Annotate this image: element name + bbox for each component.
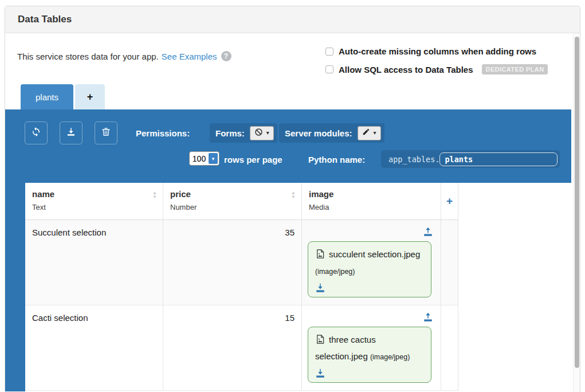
column-header-price[interactable]: price Number ▲ ▼ xyxy=(163,183,302,220)
dedicated-plan-badge: DEDICATED PLAN xyxy=(482,64,548,75)
server-modules-label: Server modules: xyxy=(285,128,352,138)
cell-name[interactable]: Succulent selection xyxy=(25,220,163,305)
download-icon xyxy=(66,127,76,139)
media-file-chip: three cactus selection.jpeg (image/jpeg) xyxy=(308,327,431,383)
table-panel: Permissions: Forms: ▾ Server modules: ▾ xyxy=(5,109,571,391)
column-title: name xyxy=(32,189,156,199)
chevron-down-icon: ▾ xyxy=(266,130,269,136)
data-tables-screen: Data Tables This service stores data for… xyxy=(0,0,585,392)
media-file-type: (image/jpeg) xyxy=(370,353,410,361)
forms-permission-chip: Forms: ▾ xyxy=(210,123,277,143)
allow-sql-checkbox[interactable] xyxy=(325,65,333,73)
server-modules-permission-dropdown[interactable]: ▾ xyxy=(358,126,381,140)
table-header-row: name Text ▲ ▼ price Number ▲ ▼ xyxy=(25,183,571,220)
table-row[interactable]: Succulent selection 35 succulent selecti… xyxy=(25,220,571,305)
download-table-button[interactable] xyxy=(60,121,83,144)
refresh-button[interactable] xyxy=(25,121,48,144)
delete-table-button[interactable] xyxy=(95,121,117,144)
rows-per-page-select[interactable]: 100 ▾ xyxy=(189,151,219,166)
intro-text: This service stores data for your app. xyxy=(17,52,159,61)
server-modules-permission-chip: Server modules: ▾ xyxy=(279,123,384,143)
row-filler xyxy=(458,220,571,305)
download-file-icon[interactable] xyxy=(315,282,325,292)
pencil-icon xyxy=(362,128,370,138)
python-name-label: Python name: xyxy=(308,155,365,164)
scrollbar-thumb[interactable] xyxy=(575,37,579,368)
column-title: price xyxy=(170,189,295,199)
sort-down-icon: ▼ xyxy=(291,195,296,199)
table-row[interactable]: Cacti selection 15 three cactus selectio… xyxy=(25,305,571,391)
media-file-chip: succulent selection.jpeg (image/jpeg) xyxy=(308,241,431,297)
intro-text-row: This service stores data for your app. S… xyxy=(17,51,231,61)
tab-plants[interactable]: plants xyxy=(21,84,73,109)
forms-label: Forms: xyxy=(215,128,245,138)
media-file-type: (image/jpeg) xyxy=(315,268,355,276)
allow-sql-label: Allow SQL access to Data Tables xyxy=(339,65,473,75)
file-image-icon xyxy=(315,333,325,343)
download-file-icon[interactable] xyxy=(315,367,325,378)
column-title: image xyxy=(309,189,434,199)
option-auto-create: Auto-create missing columns when adding … xyxy=(325,46,536,56)
help-icon[interactable]: ? xyxy=(221,51,231,61)
column-type: Number xyxy=(170,203,295,211)
chevron-down-icon: ▾ xyxy=(209,153,218,164)
cell-media[interactable]: succulent selection.jpeg (image/jpeg) xyxy=(302,220,441,305)
upload-icon[interactable] xyxy=(423,227,433,237)
auto-create-checkbox[interactable] xyxy=(325,48,333,56)
cell-media[interactable]: three cactus selection.jpeg (image/jpeg) xyxy=(302,305,441,391)
header-filler xyxy=(458,183,571,220)
page-title: Data Tables xyxy=(18,14,72,25)
media-file-name: succulent selection.jpeg xyxy=(329,249,420,259)
chevron-down-icon: ▾ xyxy=(374,130,376,136)
auto-create-label: Auto-create missing columns when adding … xyxy=(339,46,536,56)
column-header-image[interactable]: image Media xyxy=(302,183,441,220)
python-name-prefix: app_tables. xyxy=(388,155,439,164)
option-allow-sql: Allow SQL access to Data Tables DEDICATE… xyxy=(325,64,548,75)
upload-icon[interactable] xyxy=(423,312,433,323)
data-tables-card: Data Tables This service stores data for… xyxy=(5,6,580,392)
card-header: Data Tables xyxy=(5,6,580,33)
rows-per-page-value: 100 xyxy=(190,154,209,163)
trash-icon xyxy=(101,127,111,139)
data-table: name Text ▲ ▼ price Number ▲ ▼ xyxy=(25,183,571,391)
python-name-input[interactable] xyxy=(439,152,557,166)
cell-price[interactable]: 15 xyxy=(163,305,302,391)
scrollbar-track[interactable] xyxy=(573,33,580,392)
file-image-icon xyxy=(315,248,325,258)
cell-name[interactable]: Cacti selection xyxy=(25,305,163,391)
permissions-label: Permissions: xyxy=(136,128,190,138)
rows-per-page-label: rows per page xyxy=(224,155,282,164)
no-entry-icon xyxy=(254,128,263,139)
column-type: Text xyxy=(32,203,156,211)
cell-price[interactable]: 35 xyxy=(163,220,302,305)
cell-add-column-spacer xyxy=(441,220,458,305)
see-examples-link[interactable]: See Examples xyxy=(162,52,217,61)
cell-add-column-spacer xyxy=(441,305,458,391)
python-name-chip: app_tables. xyxy=(381,150,560,168)
add-column-button[interactable]: + xyxy=(441,183,458,220)
sort-down-icon: ▼ xyxy=(152,195,157,199)
column-header-name[interactable]: name Text ▲ ▼ xyxy=(25,183,163,220)
column-type: Media xyxy=(309,203,434,211)
add-table-tab[interactable]: + xyxy=(75,84,105,109)
forms-permission-dropdown[interactable]: ▾ xyxy=(250,126,274,140)
sort-toggle[interactable]: ▲ ▼ xyxy=(291,191,296,199)
row-filler xyxy=(458,305,571,391)
sort-toggle[interactable]: ▲ ▼ xyxy=(152,191,157,199)
table-toolbar-buttons xyxy=(25,121,117,144)
refresh-icon xyxy=(31,127,41,139)
